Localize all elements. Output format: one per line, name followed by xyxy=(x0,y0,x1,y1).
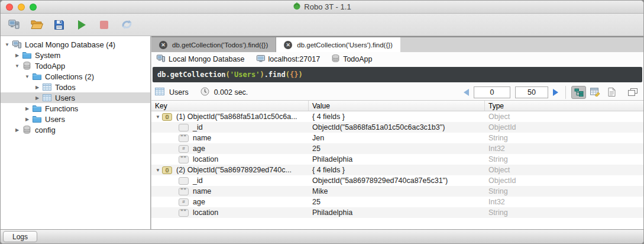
tree-item-users-folder[interactable]: ▶ Users xyxy=(1,114,150,124)
text-view-button[interactable] xyxy=(604,86,619,99)
key-text: name xyxy=(193,187,211,195)
tree-view-button[interactable] xyxy=(571,86,586,99)
close-icon[interactable]: ✕ xyxy=(159,41,167,49)
skip-input[interactable] xyxy=(474,86,510,98)
tree-item-users-collection[interactable]: ▶ Users xyxy=(1,92,150,103)
window-title-text: Robo 3T - 1.1 xyxy=(304,2,351,11)
title-bar: Robo 3T - 1.1 xyxy=(1,1,643,14)
column-header-key[interactable]: Key xyxy=(151,101,309,111)
run-query-button[interactable] xyxy=(74,17,89,33)
app-window: Robo 3T - 1.1 ▼ Local Mongo D xyxy=(0,0,644,244)
tab-todos-query[interactable]: ✕ db.getCollection('Todos').find({}) xyxy=(151,37,276,52)
table-view-button[interactable] xyxy=(588,86,603,99)
stop-query-button[interactable] xyxy=(96,17,112,33)
column-header-value[interactable]: Value xyxy=(309,101,485,111)
chevron-right-icon[interactable]: ▶ xyxy=(33,95,41,101)
chevron-right-icon[interactable]: ▶ xyxy=(13,127,21,133)
table-row-field[interactable]: "" location Philadelphia String xyxy=(151,154,643,165)
value-text: ObjectId("5a86978929ed740ca87e5c31") xyxy=(309,175,485,186)
chevron-down-icon[interactable]: ▼ xyxy=(23,74,31,79)
object-icon: {} xyxy=(162,113,172,121)
robo3t-logo-icon xyxy=(293,2,301,12)
table-row-field[interactable]: "" name Jen String xyxy=(151,133,643,143)
connect-button[interactable] xyxy=(7,17,22,33)
tree-item-label: Collections (2) xyxy=(45,72,94,81)
chevron-down-icon[interactable]: ▼ xyxy=(13,63,21,69)
clock-icon xyxy=(200,87,209,98)
tree-item-config-db[interactable]: ▶ config xyxy=(1,124,150,135)
column-header-type[interactable]: Type xyxy=(485,101,643,111)
table-row-field[interactable]: # age 25 Int32 xyxy=(151,197,643,207)
save-button[interactable] xyxy=(51,17,67,33)
tree-item-collections[interactable]: ▼ Collections (2) xyxy=(1,71,150,82)
breadcrumb: Local Mongo Database localhost:27017 Tod… xyxy=(151,52,643,66)
key-text: age xyxy=(193,198,205,206)
table-row-field[interactable]: "" name Mike String xyxy=(151,186,643,197)
next-page-button[interactable] xyxy=(553,89,558,96)
tree-view-icon xyxy=(574,88,584,97)
minimize-window-button[interactable] xyxy=(18,4,25,11)
collection-table-icon xyxy=(155,88,164,97)
value-text: Philadelphia xyxy=(309,154,485,165)
view-mode-buttons xyxy=(565,86,640,99)
open-file-button[interactable] xyxy=(29,17,44,33)
computer-icon xyxy=(8,19,20,30)
string-icon: "" xyxy=(179,188,189,195)
collection-table-icon xyxy=(41,94,52,101)
breadcrumb-server: localhost:27017 xyxy=(257,55,321,64)
table-row-field[interactable]: # age 25 Int32 xyxy=(151,143,643,154)
integer-icon: # xyxy=(179,145,189,153)
tree-item-todoapp-db[interactable]: ▼ TodoApp xyxy=(1,60,150,71)
chevron-down-icon[interactable]: ▼ xyxy=(154,114,162,120)
status-bar: Logs xyxy=(1,229,643,243)
chevron-down-icon[interactable]: ▼ xyxy=(3,42,11,47)
chevron-right-icon[interactable]: ▶ xyxy=(23,117,31,122)
table-row-document-1[interactable]: ▼ {} (1) ObjectId("5a868fa51a01c50c6a...… xyxy=(151,111,643,122)
tree-item-label: System xyxy=(35,51,60,60)
tree-item-functions[interactable]: ▶ Functions xyxy=(1,103,150,114)
results-empty-area xyxy=(151,218,643,229)
monitor-icon xyxy=(257,55,265,64)
tree-item-connection[interactable]: ▼ Local Mongo Database (4) xyxy=(1,39,150,50)
zoom-window-button[interactable] xyxy=(30,4,37,11)
query-editor-wrap: db.getCollection('Users').find({}) xyxy=(151,66,643,84)
tree-item-label: Users xyxy=(55,94,75,102)
tree-item-label: Users xyxy=(45,115,65,124)
folder-icon xyxy=(31,115,42,123)
tree-item-todos-collection[interactable]: ▶ Todos xyxy=(1,82,150,92)
change-orientation-button[interactable] xyxy=(119,17,134,33)
collection-table-icon xyxy=(41,84,52,91)
chevron-down-icon[interactable]: ▼ xyxy=(154,168,162,173)
main-toolbar xyxy=(1,14,643,36)
logs-button[interactable]: Logs xyxy=(3,231,37,242)
floppy-disk-icon xyxy=(54,20,64,30)
tree-item-system[interactable]: ▶ System xyxy=(1,50,150,60)
database-icon xyxy=(21,62,32,70)
previous-page-button[interactable] xyxy=(464,89,469,96)
breadcrumb-label: TodoApp xyxy=(343,55,372,63)
type-text: String xyxy=(485,154,643,165)
chevron-right-icon[interactable]: ▶ xyxy=(13,53,21,58)
chevron-right-icon[interactable]: ▶ xyxy=(23,106,31,111)
close-window-button[interactable] xyxy=(6,4,13,11)
string-icon: "" xyxy=(179,209,189,217)
tab-users-query[interactable]: ✕ db.getCollection('Users').find({}) xyxy=(276,37,400,52)
results-table-header: Key Value Type xyxy=(151,101,643,111)
query-editor[interactable]: db.getCollection('Users').find({}) xyxy=(153,67,642,82)
type-text: String xyxy=(485,133,643,143)
table-row-field[interactable]: _id ObjectId("5a868fa51a01c50c6ac3c1b3")… xyxy=(151,122,643,133)
query-workspace: ✕ db.getCollection('Todos').find({}) ✕ d… xyxy=(151,36,643,229)
chevron-right-icon[interactable]: ▶ xyxy=(33,85,41,90)
table-row-field[interactable]: "" location Philadelphia String xyxy=(151,207,643,218)
close-icon[interactable]: ✕ xyxy=(284,41,292,49)
table-row-field[interactable]: _id ObjectId("5a86978929ed740ca87e5c31")… xyxy=(151,175,643,186)
type-text: String xyxy=(485,186,643,197)
key-text: (1) ObjectId("5a868fa51a01c50c6a... xyxy=(176,113,297,121)
folder-icon xyxy=(31,73,42,80)
limit-input[interactable] xyxy=(515,86,548,98)
tab-label: db.getCollection('Todos').find({}) xyxy=(172,41,268,49)
results-toolbar: Users 0.002 sec. xyxy=(151,84,643,101)
custom-view-button[interactable] xyxy=(625,86,640,99)
key-text: _id xyxy=(193,123,203,131)
table-row-document-2[interactable]: ▼ {} (2) ObjectId("5a86978929ed740c... {… xyxy=(151,165,643,175)
